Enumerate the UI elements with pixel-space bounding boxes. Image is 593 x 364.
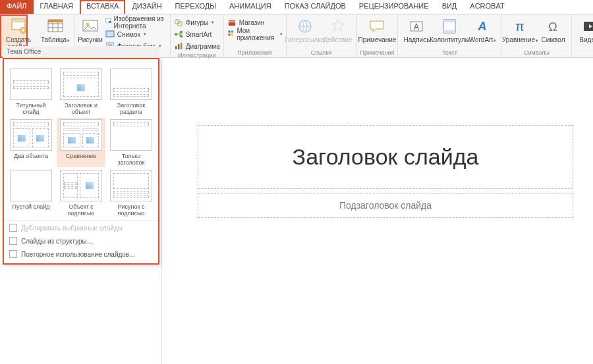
svg-rect-23 [228,34,230,36]
store-icon [227,18,237,27]
slide-canvas[interactable]: Заголовок слайда Подзаголовок слайда [198,125,573,218]
svg-rect-1 [13,20,24,22]
comment-icon [368,18,385,35]
tab-file[interactable]: ФАЙЛ [0,0,34,14]
slides-from-outline-option[interactable]: Слайды из структуры... [4,234,158,247]
layout-gallery-header: Тема Office [3,46,159,58]
layout-comparison[interactable]: Сравнение [57,118,105,167]
textbox-button[interactable]: AНадпись [401,16,432,43]
group-links-label: Ссылки [311,49,332,57]
layout-title-only[interactable]: Только заголовок [107,118,155,167]
new-slide-icon [10,18,27,35]
slide-layout-gallery: Тема Office Титульный слайд Заголовок и … [3,58,159,265]
svg-rect-15 [180,31,183,34]
outline-icon [9,237,17,245]
tab-home[interactable]: ГЛАВНАЯ [34,0,80,14]
layout-content-caption[interactable]: Объект с подписью [57,169,105,218]
svg-text:A: A [478,20,487,33]
chart-icon [174,41,183,51]
reuse-icon [9,250,17,258]
svg-rect-16 [180,35,183,38]
svg-rect-9 [106,31,114,37]
layout-section-header[interactable]: Заголовок раздела [107,67,155,117]
symbol-icon: Ω [544,18,561,35]
table-label: Таблица [41,36,67,43]
headerfooter-button[interactable]: Колонтитулы [434,16,465,43]
tab-design[interactable]: ДИЗАЙН [125,0,168,14]
svg-rect-5 [83,20,98,31]
svg-rect-22 [231,31,233,33]
shapes-button[interactable]: Фигуры▾ [174,17,220,28]
smartart-button[interactable]: SmartArt [174,29,220,39]
online-pictures-button[interactable]: Изображения из Интернета [105,17,167,28]
symbol-button[interactable]: ΩСимвол [538,16,568,43]
pictures-button[interactable]: Рисунки [78,16,103,43]
pictures-label: Рисунки [78,36,103,43]
action-button[interactable]: Действие [323,16,353,43]
svg-rect-30 [443,30,455,33]
title-placeholder[interactable]: Заголовок слайда [198,125,573,189]
tab-animation[interactable]: АНИМАЦИЯ [223,0,278,14]
title-text: Заголовок слайда [205,144,566,170]
myapps-icon [227,30,235,39]
layout-title-slide[interactable]: Титульный слайд [7,67,55,117]
reuse-slides-option[interactable]: Повторное использование слайдов... [4,247,158,261]
table-button[interactable]: Таблица▾ [40,16,71,44]
svg-text:Ω: Ω [549,20,557,34]
table-icon [47,18,64,35]
video-icon [582,18,593,35]
tab-view[interactable]: ВИД [436,0,464,14]
layout-two-content[interactable]: Два объекта [7,118,55,167]
ribbon-tabs: ФАЙЛ ГЛАВНАЯ ВСТАВКА ДИЗАЙН ПЕРЕХОДЫ АНИ… [0,0,593,14]
duplicate-slides-option: Дублировать выбранные слайды [4,221,158,234]
svg-rect-24 [231,34,233,36]
svg-text:π: π [516,19,525,34]
tab-transitions[interactable]: ПЕРЕХОДЫ [169,0,223,14]
layout-blank[interactable]: Пустой слайд [7,169,55,218]
svg-point-6 [86,23,89,26]
pictures-icon [82,18,99,35]
slide-editor: Заголовок слайда Подзаголовок слайда [162,59,593,364]
store-button[interactable]: Магазин [227,17,283,28]
subtitle-text: Подзаголовок слайда [205,200,566,211]
tab-acrobat[interactable]: ACROBAT [463,0,511,14]
group-apps-label: Приложения [237,49,272,57]
tab-slideshow[interactable]: ПОКАЗ СЛАЙДОВ [278,0,353,14]
chart-button[interactable]: Диаграмма [174,41,220,51]
svg-rect-14 [175,33,177,36]
svg-point-8 [109,20,111,23]
svg-rect-18 [178,44,180,49]
comment-button[interactable]: Примечание [362,16,392,43]
hyperlink-button[interactable]: Гиперссылка [290,16,320,43]
smartart-icon [174,30,183,39]
svg-rect-20 [229,20,235,26]
wordart-icon: A [474,18,491,35]
myapps-button[interactable]: Мои приложения▾ [227,29,283,39]
svg-rect-29 [443,20,455,22]
tab-insert[interactable]: ВСТАВКА [80,0,125,14]
action-icon [329,18,347,35]
video-button[interactable]: Видео▾ [575,16,593,44]
equation-button[interactable]: πУравнение▾ [505,16,535,44]
group-text-label: Текст [442,49,457,57]
layout-title-content[interactable]: Заголовок и объект [57,67,105,117]
equation-icon: π [511,18,528,35]
layout-picture-caption[interactable]: Рисунок с подписью [107,169,155,218]
group-symbols-label: Символы [524,49,550,57]
duplicate-icon [9,224,17,232]
svg-rect-4 [48,20,63,22]
group-comments-label: Примечания [360,49,395,57]
textbox-icon: A [408,18,425,35]
svg-rect-21 [228,31,230,33]
headerfooter-icon [441,18,458,35]
shapes-icon [174,18,183,27]
svg-rect-17 [175,46,177,49]
tab-review[interactable]: РЕЦЕНЗИРОВАНИЕ [353,0,436,14]
svg-text:A: A [414,22,419,32]
hyperlink-icon [296,18,314,35]
subtitle-placeholder[interactable]: Подзаголовок слайда [198,193,573,218]
wordart-button[interactable]: AWordArt▾ [467,16,497,44]
screenshot-icon [105,30,115,39]
online-pictures-icon [105,18,111,27]
screenshot-button[interactable]: Снимок▾ [105,29,167,39]
